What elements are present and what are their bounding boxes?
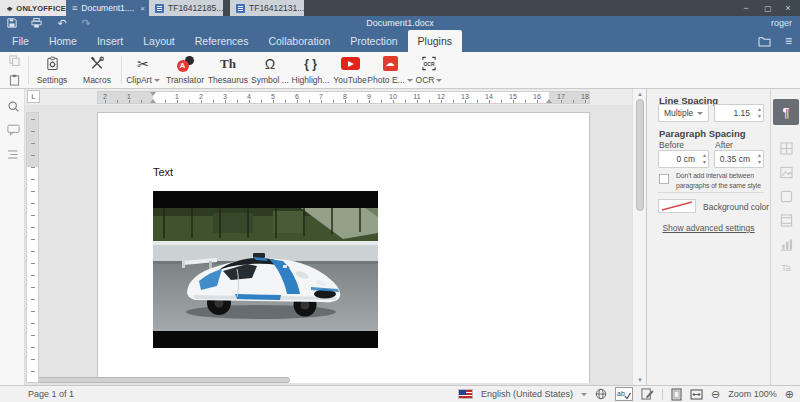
- left-tool-strip: [0, 89, 25, 385]
- ruler-number: 9: [367, 93, 371, 100]
- paragraph-settings-tab[interactable]: ¶: [773, 99, 799, 125]
- comments-button[interactable]: [6, 123, 20, 137]
- toolbar-button-thesaurus[interactable]: Th Thesaurus: [207, 54, 249, 87]
- toolbar-button-photo-editor[interactable]: ☁ Photo E...: [370, 54, 410, 87]
- menu-tab-insert[interactable]: Insert: [87, 30, 133, 52]
- spacing-before-spinner[interactable]: 0 cm ▴▾: [658, 150, 709, 168]
- first-line-indent-marker[interactable]: [150, 92, 156, 96]
- background-color-swatch[interactable]: [658, 199, 696, 213]
- zoom-out-button[interactable]: ⊖: [711, 388, 720, 401]
- minimize-window-button[interactable]: −: [736, 0, 756, 16]
- language-selector[interactable]: English (United States): [481, 389, 573, 399]
- scroll-down-icon[interactable]: ▼: [633, 377, 647, 383]
- document-file-icon: [236, 4, 245, 13]
- menu-tab-layout[interactable]: Layout: [133, 30, 185, 52]
- onlyoffice-main-menu-tab[interactable]: ONLYOFFICE: [0, 0, 66, 16]
- textart-settings-tab[interactable]: Ta: [779, 261, 793, 275]
- navigation-headings-button[interactable]: [6, 147, 20, 161]
- toolbar-button-label: Symbol ...: [251, 75, 289, 85]
- close-window-button[interactable]: ×: [778, 0, 798, 16]
- paragraph-text[interactable]: Text: [153, 166, 173, 178]
- dropdown-caret-icon[interactable]: [581, 393, 587, 396]
- horizontal-ruler[interactable]: 21 123456789101112131415161718: [97, 91, 590, 104]
- menu-tab-protection[interactable]: Protection: [340, 30, 407, 52]
- ruler-number: 13: [461, 93, 469, 100]
- line-spacing-value-spinner[interactable]: 1.15 ▴▾: [714, 104, 764, 122]
- spacing-after-spinner[interactable]: 0.35 cm ▴▾: [714, 150, 764, 168]
- menu-bar: File Home Insert Layout References Colla…: [0, 30, 800, 52]
- search-button[interactable]: [6, 99, 20, 113]
- zoom-level[interactable]: Zoom 100%: [728, 389, 777, 399]
- copy-icon[interactable]: [9, 55, 20, 66]
- table-settings-tab[interactable]: [779, 141, 793, 155]
- stepper-arrows-icon[interactable]: ▴▾: [758, 106, 761, 120]
- document-tab-active[interactable]: ≡ Document1.... ×: [66, 0, 151, 16]
- toolbar-button-symbol[interactable]: Ω Symbol ...: [250, 54, 290, 87]
- scissors-icon: ✂: [137, 55, 149, 72]
- spell-check-toggle[interactable]: ab: [615, 387, 633, 401]
- toolbar-button-highlight[interactable]: { } Highligh...: [291, 54, 330, 87]
- fit-page-icon[interactable]: [671, 388, 682, 401]
- paste-icon[interactable]: [9, 74, 20, 86]
- close-tab-icon[interactable]: ×: [140, 4, 145, 13]
- document-page[interactable]: Text: [97, 112, 590, 383]
- table-icon: [780, 142, 793, 155]
- stepper-arrows-icon[interactable]: ▴▾: [758, 152, 761, 166]
- paragraph-icon: ¶: [783, 105, 790, 120]
- document-image[interactable]: [153, 191, 378, 348]
- toolbar-button-label: YouTube: [333, 75, 366, 85]
- translator-icon: A: [177, 55, 194, 72]
- maximize-window-button[interactable]: ▢: [758, 0, 778, 16]
- set-language-globe-icon[interactable]: [595, 388, 607, 400]
- ruler-number: 1: [127, 93, 131, 100]
- toolbar-button-settings[interactable]: Settings: [31, 54, 73, 87]
- ruler-number: 2: [199, 93, 203, 100]
- tab-stop-selector[interactable]: L: [27, 90, 40, 103]
- shape-settings-tab[interactable]: [779, 189, 793, 203]
- document-tab-label: Document1....: [81, 3, 134, 13]
- right-indent-marker[interactable]: [546, 99, 552, 103]
- document-tab[interactable]: TF16412131....: [230, 0, 304, 16]
- svg-text:OCR: OCR: [423, 61, 435, 67]
- fit-width-icon[interactable]: [690, 389, 703, 400]
- dropdown-caret-icon: [154, 79, 160, 82]
- stepper-arrows-icon[interactable]: ▴▾: [703, 152, 706, 166]
- chart-settings-tab[interactable]: [779, 237, 793, 251]
- document-title: Document1.docx: [0, 16, 800, 30]
- line-spacing-mode-select[interactable]: Multiple: [658, 104, 709, 122]
- header-footer-settings-tab[interactable]: [779, 213, 793, 227]
- menu-tab-collaboration[interactable]: Collaboration: [258, 30, 340, 52]
- right-panel-tab-strip: ¶ Ta: [770, 89, 800, 385]
- toolbar-button-macros[interactable]: Macros: [75, 54, 119, 87]
- toolbar-button-translator[interactable]: A Translator: [164, 54, 206, 87]
- toolbar-button-ocr[interactable]: OCR OCR: [411, 54, 447, 87]
- horizontal-scrollbar-thumb[interactable]: [28, 377, 290, 383]
- comment-icon: [7, 124, 20, 136]
- toolbar-button-youtube[interactable]: YouTube: [331, 54, 369, 87]
- scroll-up-icon[interactable]: ▲: [633, 91, 647, 97]
- vertical-ruler[interactable]: [26, 112, 39, 383]
- left-indent-marker[interactable]: [150, 99, 156, 103]
- vertical-scrollbar[interactable]: ▲ ▼: [632, 89, 646, 385]
- vertical-scrollbar-thumb[interactable]: [636, 99, 644, 211]
- zoom-in-button[interactable]: ⊕: [785, 388, 794, 401]
- interval-checkbox[interactable]: [659, 174, 669, 184]
- toolbar-button-clipart[interactable]: ✂ ClipArt: [123, 54, 163, 87]
- track-changes-icon[interactable]: [641, 388, 654, 400]
- paragraph-spacing-heading: Paragraph Spacing: [659, 128, 746, 139]
- image-icon: [780, 166, 793, 179]
- open-file-location-icon[interactable]: [758, 36, 771, 47]
- menu-tab-home[interactable]: Home: [39, 30, 87, 52]
- image-settings-tab[interactable]: [779, 165, 793, 179]
- menu-tab-references[interactable]: References: [185, 30, 259, 52]
- collapse-toolbar-icon[interactable]: ≡: [785, 36, 792, 46]
- ruler-number: 2: [103, 93, 107, 100]
- menu-tab-file[interactable]: File: [2, 30, 39, 52]
- show-advanced-settings-link[interactable]: Show advanced settings: [647, 223, 770, 233]
- document-tab[interactable]: TF16412185....: [149, 0, 223, 16]
- toolbar-button-label: Translator: [166, 75, 204, 85]
- document-canvas[interactable]: Text: [25, 105, 632, 383]
- toolbar-button-label: Highligh...: [292, 75, 330, 85]
- ruler-number: 14: [485, 93, 493, 100]
- menu-tab-plugins[interactable]: Plugins: [408, 30, 462, 52]
